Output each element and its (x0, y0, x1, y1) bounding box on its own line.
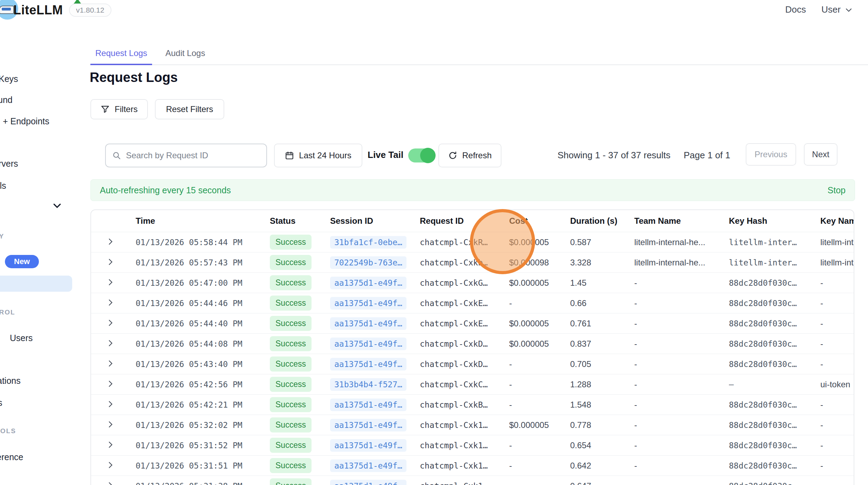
sidebar-item[interactable]: + Endpoints (3, 116, 49, 126)
expand-row-button[interactable] (106, 257, 115, 266)
refresh-button[interactable]: Refresh (438, 144, 501, 167)
table-row[interactable]: 01/13/2026 05:43:40 PMSuccessaa1375d1-e4… (91, 354, 854, 374)
table-row[interactable]: 01/13/2026 05:42:56 PMSuccess31b3b4b4-f5… (91, 374, 854, 394)
cell-session: aa1375d1-e49f… (330, 317, 420, 330)
table-row[interactable]: 01/13/2026 05:44:46 PMSuccessaa1375d1-e4… (91, 293, 854, 313)
cell-status: Success (270, 316, 330, 331)
search-box (105, 144, 267, 167)
user-menu[interactable]: User (821, 4, 853, 15)
live-tail-toggle[interactable] (408, 148, 434, 162)
logs-tabbar: Request Logs Audit Logs (90, 46, 868, 65)
tab-request-logs[interactable]: Request Logs (90, 46, 152, 65)
tab-audit-logs[interactable]: Audit Logs (160, 46, 210, 65)
cell-team-name: - (634, 461, 729, 471)
cell-team-name: - (634, 481, 729, 485)
cell-request-id: chatcmpl-CxkD… (420, 360, 509, 369)
next-page-button[interactable]: Next (804, 143, 838, 166)
cell-duration: 0.647 (570, 481, 634, 485)
session-id-link[interactable]: aa1375d1-e49f… (330, 439, 406, 452)
time-range-button[interactable]: Last 24 Hours (274, 144, 362, 167)
session-id-link[interactable]: aa1375d1-e49f… (330, 277, 406, 289)
table-row[interactable]: 01/13/2026 05:31:52 PMSuccessaa1375d1-e4… (91, 435, 854, 455)
cell-time: 01/13/2026 05:57:43 PM (136, 258, 270, 267)
expand-row-button[interactable] (106, 460, 115, 470)
table-row[interactable]: 01/13/2026 05:44:40 PMSuccessaa1375d1-e4… (91, 313, 854, 333)
cell-request-id: chatcmpl-Cxkb… (420, 258, 509, 267)
session-id-link[interactable]: aa1375d1-e49f… (330, 459, 406, 472)
session-id-link[interactable]: aa1375d1-e49f… (330, 480, 406, 485)
sidebar-item[interactable]: rvers (0, 159, 18, 169)
cell-cost: $0.000005 (509, 420, 570, 430)
expand-row-button[interactable] (106, 298, 115, 307)
cell-request-id: chatcmpl-CxkC… (420, 380, 509, 389)
cell-time: 01/13/2026 05:58:44 PM (136, 238, 270, 247)
filters-button[interactable]: Filters (90, 99, 148, 119)
chevron-right-icon (106, 400, 115, 409)
user-menu-label: User (821, 4, 841, 15)
session-id-link[interactable]: aa1375d1-e49f… (330, 358, 406, 370)
top-bar: LiteLLM v1.80.12 Docs User (0, 0, 868, 22)
expand-row-button[interactable] (106, 420, 115, 429)
sidebar-item[interactable]: erence (0, 452, 23, 462)
cell-duration: 0.837 (570, 339, 634, 349)
cell-session: aa1375d1-e49f… (330, 277, 420, 289)
table-row[interactable]: 01/13/2026 05:31:51 PMSuccessaa1375d1-e4… (91, 455, 854, 476)
expand-row-button[interactable] (106, 379, 115, 388)
session-id-link[interactable]: 31bfa1cf-0ebe… (330, 236, 406, 249)
sidebar-active-item[interactable] (0, 276, 72, 292)
cell-key-hash: 88dc28d0f030c… (729, 299, 820, 308)
cell-status: Success (270, 397, 330, 412)
session-id-link[interactable]: 7022549b-763e… (330, 256, 406, 269)
table-row[interactable]: 01/13/2026 05:47:00 PMSuccessaa1375d1-e4… (91, 272, 854, 293)
table-row[interactable]: 01/13/2026 05:42:21 PMSuccessaa1375d1-e4… (91, 394, 854, 415)
cell-expand (91, 440, 136, 451)
session-id-link[interactable]: aa1375d1-e49f… (330, 338, 406, 350)
session-id-link[interactable]: aa1375d1-e49f… (330, 297, 406, 310)
cell-time: 01/13/2026 05:42:56 PM (136, 380, 270, 389)
stop-auto-refresh-button[interactable]: Stop (828, 185, 846, 195)
reset-filters-button[interactable]: Reset Filters (155, 99, 224, 119)
sidebar-item[interactable]: ils (0, 181, 6, 191)
sidebar-item[interactable]: und (0, 95, 13, 105)
cell-cost: $0.000005 (509, 278, 570, 288)
chevron-down-icon (844, 5, 853, 14)
sidebar-item[interactable]: s (0, 398, 2, 408)
expand-row-button[interactable] (106, 359, 115, 368)
session-id-link[interactable]: aa1375d1-e49f… (330, 419, 406, 431)
search-input[interactable] (126, 151, 260, 160)
cell-cost: - (509, 298, 570, 308)
table-row[interactable]: 01/13/2026 05:32:02 PMSuccessaa1375d1-e4… (91, 415, 854, 435)
sidebar-item[interactable]: Keys (0, 74, 18, 84)
cell-team-name: - (634, 441, 729, 450)
cell-key-hash: 88dc28d0f030c… (729, 461, 820, 470)
table-row[interactable]: 01/13/2026 05:31:38 PMSuccessaa1375d1-e4… (91, 476, 854, 485)
sidebar-item[interactable]: Users (10, 333, 33, 343)
expand-row-button[interactable] (106, 278, 115, 287)
expand-row-button[interactable] (106, 440, 115, 449)
cell-time: 01/13/2026 05:43:40 PM (136, 360, 270, 369)
previous-page-button[interactable]: Previous (746, 143, 796, 166)
session-id-link[interactable]: aa1375d1-e49f… (330, 399, 406, 411)
session-id-link[interactable]: 31b3b4b4-f527… (330, 378, 406, 391)
session-id-link[interactable]: aa1375d1-e49f… (330, 317, 406, 330)
cell-key-hash: 88dc28d0f030c… (729, 278, 820, 287)
expand-row-button[interactable] (106, 237, 115, 246)
col-header-key-hash: Key Hash (729, 216, 820, 226)
docs-link[interactable]: Docs (785, 4, 806, 15)
table-row[interactable]: 01/13/2026 05:57:43 PMSuccess7022549b-76… (91, 252, 854, 272)
table-row[interactable]: 01/13/2026 05:58:44 PMSuccess31bfa1cf-0e… (91, 232, 854, 252)
cell-key-hash: 88dc28d0f030c… (729, 441, 820, 450)
cell-session: aa1375d1-e49f… (330, 399, 420, 411)
cell-time: 01/13/2026 05:42:21 PM (136, 400, 270, 409)
sidebar-item[interactable]: ations (0, 376, 21, 386)
table-header-row: Time Status Session ID Request ID Cost D… (91, 210, 854, 232)
expand-row-button[interactable] (106, 339, 115, 348)
chevron-right-icon (106, 237, 115, 246)
expand-row-button[interactable] (106, 400, 115, 409)
expand-row-button[interactable] (106, 481, 115, 485)
sidebar-collapse-chevron-icon[interactable] (52, 200, 62, 211)
table-row[interactable]: 01/13/2026 05:44:08 PMSuccessaa1375d1-e4… (91, 333, 854, 354)
cell-time: 01/13/2026 05:32:02 PM (136, 421, 270, 430)
refresh-icon (448, 151, 457, 160)
expand-row-button[interactable] (106, 318, 115, 327)
